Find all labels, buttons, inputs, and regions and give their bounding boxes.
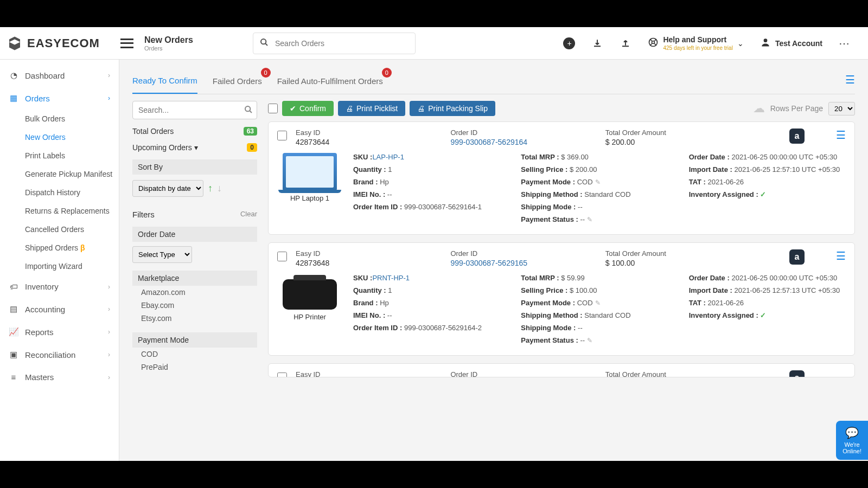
account-menu[interactable]: Test Account — [760, 37, 822, 49]
svg-line-6 — [250, 111, 252, 113]
sub-returns[interactable]: Returns & Replacements — [25, 202, 119, 220]
sidebar-item-dashboard[interactable]: ◔Dashboard › — [0, 64, 119, 87]
sidebar-item-reports[interactable]: 📈Reports › — [0, 320, 119, 343]
rows-per-page-select[interactable]: 20 — [828, 102, 855, 115]
check-icon: ✔ — [290, 104, 296, 113]
database-icon: ≡ — [9, 373, 18, 382]
confirm-button[interactable]: ✔Confirm — [282, 101, 334, 116]
search-input[interactable] — [275, 39, 409, 48]
order-checkbox[interactable] — [277, 373, 287, 377]
chevron-right-icon: › — [108, 328, 110, 336]
check-icon: ✓ — [760, 190, 766, 198]
sku-link[interactable]: LAP-HP-1 — [372, 153, 404, 161]
payment-mode-option[interactable]: COD — [132, 348, 257, 361]
order-checkbox[interactable] — [277, 131, 287, 140]
tab-ready-to-confirm[interactable]: Ready To Confirm — [132, 70, 197, 94]
menu-toggle-icon[interactable] — [120, 38, 133, 48]
sub-dispatch-history[interactable]: Dispatch History — [25, 183, 119, 202]
pencil-icon[interactable]: ✎ — [587, 337, 592, 344]
sku-link[interactable]: PRNT-HP-1 — [372, 274, 410, 282]
upcoming-orders[interactable]: Upcoming Orders ▾ 0 — [132, 143, 257, 152]
order-id-link[interactable]: 999-0300687-5629164 — [450, 138, 596, 146]
order-card-partial: Easy ID Order ID Total Order Amount a — [268, 363, 855, 377]
pencil-icon[interactable]: ✎ — [587, 216, 592, 223]
marketplace-option[interactable]: Ebay.com — [132, 299, 257, 312]
sort-select[interactable]: Dispatch by date — [132, 180, 203, 197]
filters-panel: Total Orders 63 Upcoming Orders ▾ 0 Sort… — [132, 101, 257, 374]
doc-icon: ▣ — [9, 350, 18, 359]
brand-logo[interactable]: EASYECOM — [7, 35, 120, 52]
order-card: Easy ID 42873648 Order ID 999-0300687-56… — [268, 242, 855, 356]
orders-submenu: Bulk Orders New Orders Print Labels Gene… — [0, 110, 119, 275]
rpp-label: Rows Per Page — [770, 104, 823, 113]
print-icon: 🖨 — [417, 104, 425, 113]
pencil-icon[interactable]: ✎ — [595, 178, 601, 186]
svg-point-4 — [764, 38, 768, 42]
marketplace-option[interactable]: Amazon.com — [132, 286, 257, 299]
total-amount-label: Total Order Amount — [605, 129, 781, 137]
sort-desc-icon[interactable]: ↓ — [217, 183, 222, 194]
print-picklist-button[interactable]: 🖨Print Picklist — [338, 101, 405, 116]
select-all-checkbox[interactable] — [268, 104, 278, 113]
payment-mode-option[interactable]: PrePaid — [132, 361, 257, 374]
sort-asc-icon[interactable]: ↑ — [208, 183, 213, 194]
tab-failed-orders[interactable]: Failed Orders0 — [213, 71, 262, 93]
card-menu-icon[interactable]: ☰ — [836, 129, 846, 141]
sub-pickup-manifest[interactable]: Generate Pickup Manifest — [25, 165, 119, 183]
easy-id-label: Easy ID — [296, 129, 442, 137]
sidebar-item-reconciliation[interactable]: ▣Reconciliation › — [0, 343, 119, 366]
sub-importing-wizard[interactable]: Importing Wizard — [25, 257, 119, 275]
tab-failed-auto[interactable]: Failed Auto-Fulfilment Orders0 — [277, 71, 383, 93]
upcoming-count: 0 — [247, 143, 257, 152]
download-icon[interactable] — [591, 37, 603, 49]
sub-bulk-orders[interactable]: Bulk Orders — [25, 110, 119, 128]
sub-new-orders[interactable]: New Orders — [25, 128, 119, 146]
product-name: HP Laptop 1 — [277, 194, 342, 202]
total-orders-label: Total Orders — [132, 127, 174, 136]
page-title-block: New Orders Orders — [144, 35, 253, 52]
svg-point-0 — [261, 39, 266, 44]
tabs: Ready To Confirm Failed Orders0 Failed A… — [132, 70, 855, 94]
pencil-icon[interactable]: ✎ — [595, 299, 601, 307]
more-icon[interactable]: ⋯ — [839, 37, 851, 50]
order-checkbox[interactable] — [277, 252, 287, 261]
sidebar-item-inventory[interactable]: 🏷Inventory › — [0, 275, 119, 298]
card-menu-icon[interactable]: ☰ — [836, 250, 846, 262]
order-date-select[interactable]: Select Type — [132, 246, 192, 263]
toolbar: ✔Confirm 🖨Print Picklist 🖨Print Packing … — [268, 101, 855, 116]
header: EASYECOM New Orders Orders + — [0, 27, 868, 60]
add-icon[interactable]: + — [563, 37, 575, 49]
chat-icon: 💬 — [843, 426, 861, 439]
amazon-icon: a — [789, 249, 805, 265]
marketplace-option[interactable]: Etsy.com — [132, 312, 257, 325]
upload-icon[interactable] — [620, 37, 631, 49]
order-id-link[interactable]: 999-0300687-5629165 — [450, 259, 596, 267]
sub-cancelled[interactable]: Cancelled Orders — [25, 220, 119, 239]
cloud-download-icon[interactable]: ☁ — [753, 101, 765, 115]
total-amount-value: $ 200.00 — [605, 138, 781, 146]
chart-icon: 📈 — [9, 327, 18, 337]
search-orders[interactable] — [253, 33, 416, 54]
chevron-right-icon: › — [108, 374, 110, 381]
clear-filters[interactable]: Clear — [240, 210, 257, 219]
sidebar-item-masters[interactable]: ≡Masters › — [0, 366, 119, 388]
filter-search-input[interactable] — [132, 101, 257, 119]
caret-down-icon: ▾ — [194, 143, 198, 152]
sub-print-labels[interactable]: Print Labels — [25, 146, 119, 165]
badge-failed-auto: 0 — [382, 68, 392, 78]
search-icon — [260, 38, 269, 48]
sidebar-item-accounting[interactable]: ▤Accounting › — [0, 298, 119, 320]
sidebar-item-orders[interactable]: ▦Orders › — [0, 87, 119, 110]
print-packing-button[interactable]: 🖨Print Packing Slip — [410, 101, 495, 116]
chevron-right-icon: › — [108, 351, 110, 358]
chat-widget[interactable]: 💬 We're Online! — [836, 421, 868, 460]
help-and-support[interactable]: Help and Support 425 days left in your f… — [648, 35, 743, 51]
filters-label: Filters — [132, 210, 155, 219]
tabs-menu-icon[interactable]: ☰ — [845, 73, 855, 92]
orders-list: ✔Confirm 🖨Print Picklist 🖨Print Packing … — [268, 101, 855, 377]
sidebar: ◔Dashboard › ▦Orders › Bulk Orders New O… — [0, 60, 119, 461]
sub-shipped[interactable]: Shipped Orders β — [25, 239, 119, 257]
page-subtitle: Orders — [144, 45, 253, 52]
search-icon[interactable] — [244, 105, 253, 115]
tag-icon: 🏷 — [9, 282, 18, 291]
